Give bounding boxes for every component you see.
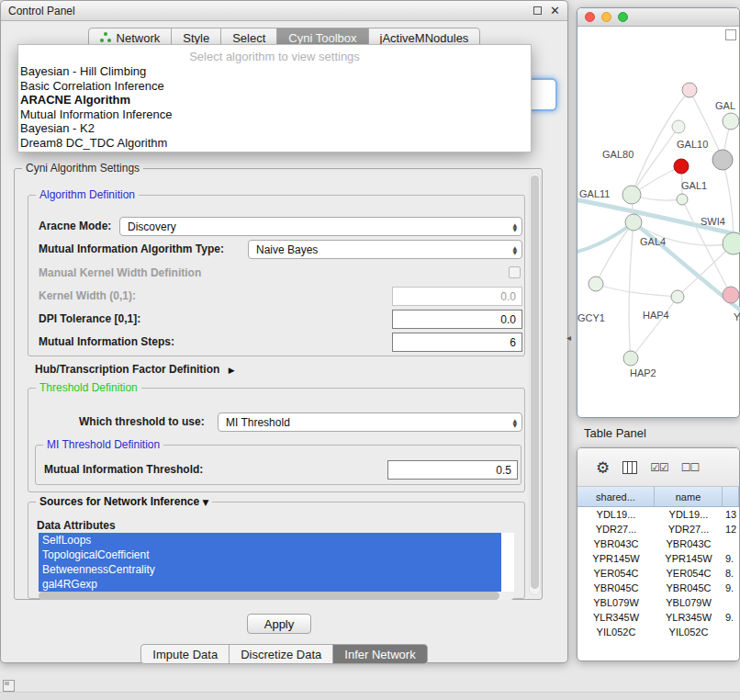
table-cell: 8. xyxy=(723,568,739,579)
gear-icon[interactable]: ⚙ xyxy=(596,458,610,477)
network-icon xyxy=(100,32,112,43)
kernel-width-label: Kernel Width (0,1): xyxy=(39,287,136,306)
algorithm-option-mutual-information-inference[interactable]: Mutual Information Inference xyxy=(18,107,531,122)
column-header-name[interactable]: name xyxy=(655,487,723,506)
hub-tf-label: Hub/Transcription Factor Definition xyxy=(35,363,219,376)
restore-panel-icon[interactable] xyxy=(3,680,15,692)
table-row[interactable]: YLR345WYLR345W9. xyxy=(577,610,739,625)
columns-icon[interactable] xyxy=(622,461,637,474)
table-row[interactable]: YBL079WYBL079W xyxy=(577,595,739,610)
network-edge[interactable] xyxy=(629,222,633,358)
mi-threshold-input[interactable]: 0.5 xyxy=(387,460,518,480)
column-header-extra[interactable] xyxy=(723,487,739,506)
table-row[interactable]: YDR27...YDR27...12 xyxy=(577,522,739,536)
sources-legend-toggle[interactable]: Sources for Network Inference ▼ xyxy=(36,495,212,508)
table-cell: YBL079W xyxy=(655,597,723,608)
algorithm-option-bayesian-hill-climbing[interactable]: Bayesian - Hill Climbing xyxy=(18,64,531,79)
network-canvas[interactable]: GALGAL80GAL10GAL11GAL1SWI4GAL4GCY1HAP4YH… xyxy=(577,27,740,418)
network-node[interactable] xyxy=(672,120,685,133)
network-edge[interactable] xyxy=(632,127,678,195)
node-label: HAP2 xyxy=(630,367,656,378)
which-threshold-value: MI Threshold xyxy=(226,416,290,429)
float-panel-icon[interactable] xyxy=(533,6,542,15)
node-label: GAL xyxy=(715,100,735,111)
manual-kernel-checkbox[interactable] xyxy=(509,266,521,278)
dropdown-placeholder: Select algorithm to view settings xyxy=(18,49,531,64)
node-label: HAP4 xyxy=(643,310,669,321)
network-node[interactable] xyxy=(674,159,689,174)
tab-impute-data[interactable]: Impute Data xyxy=(141,645,230,663)
algorithm-option-aracne-algorithm[interactable]: ARACNE Algorithm xyxy=(18,93,531,107)
splitter-collapse-icon[interactable]: ◂ xyxy=(566,333,571,343)
attributes-horizontal-scrollbar[interactable] xyxy=(39,592,514,600)
table-row[interactable]: YIL052CYIL052C xyxy=(577,625,739,639)
network-edge[interactable] xyxy=(577,222,633,253)
kernel-width-input[interactable]: 0.0 xyxy=(392,287,522,306)
column-header-shared[interactable]: shared... xyxy=(577,487,655,506)
scrollbar-thumb[interactable] xyxy=(39,592,499,600)
network-node[interactable] xyxy=(625,214,642,231)
table-cell: YIL052C xyxy=(655,627,723,638)
mi-threshold-label: Mutual Information Threshold: xyxy=(44,460,203,480)
window-title: Control Panel xyxy=(8,5,75,17)
network-edge[interactable] xyxy=(596,284,678,297)
scrollbar-thumb[interactable] xyxy=(531,175,539,589)
network-node[interactable] xyxy=(677,194,688,205)
algorithm-option-dream8-dc-tdc-algorithm[interactable]: Dream8 DC_TDC Algorithm xyxy=(18,136,531,151)
algorithm-option-bayesian-k2[interactable]: Bayesian - K2 xyxy=(18,121,531,136)
aracne-mode-combo[interactable]: Discovery ▲▼ xyxy=(119,217,522,236)
tab-label: Style xyxy=(183,31,209,45)
network-edge[interactable] xyxy=(631,297,678,358)
select-all-icon[interactable]: ☑☑ xyxy=(650,461,668,474)
deselect-all-icon[interactable]: ☐☐ xyxy=(681,461,700,474)
zoom-button[interactable] xyxy=(618,12,628,22)
control-panel-window: Control Panel ✕ NetworkStyleSelectCyni T… xyxy=(0,0,568,663)
node-label: GAL11 xyxy=(579,188,610,199)
algorithm-item-list: Bayesian - Hill ClimbingBasic Correlatio… xyxy=(18,64,531,150)
network-edge[interactable] xyxy=(596,222,633,284)
network-node[interactable] xyxy=(723,113,739,130)
algorithm-option-basic-correlation-inference[interactable]: Basic Correlation Inference xyxy=(18,79,531,94)
attribute-item-topologicalcoefficient[interactable]: TopologicalCoefficient xyxy=(39,548,501,562)
table-cell: YDR27... xyxy=(577,524,655,535)
tab-infer-network[interactable]: Infer Network xyxy=(333,645,426,663)
table-cell: YER054C xyxy=(655,568,723,579)
network-node[interactable] xyxy=(671,290,684,303)
bottom-tabbar: Impute DataDiscretize DataInfer Network xyxy=(1,644,567,664)
table-row[interactable]: YER054CYER054C8. xyxy=(577,566,739,581)
settings-vertical-scrollbar[interactable] xyxy=(529,173,541,595)
table-row[interactable]: YPR145WYPR145W9. xyxy=(577,551,739,566)
network-view-window: GALGAL80GAL10GAL11GAL1SWI4GAL4GCY1HAP4YH… xyxy=(577,7,740,418)
network-node[interactable] xyxy=(589,277,603,291)
mi-type-combo[interactable]: Naive Bayes ▲▼ xyxy=(248,240,522,259)
dpi-tolerance-input[interactable]: 0.0 xyxy=(392,310,522,329)
table-cell: YBL079W xyxy=(577,597,655,608)
close-icon[interactable]: ✕ xyxy=(550,6,560,16)
mi-steps-input[interactable]: 6 xyxy=(392,333,522,352)
minimize-button[interactable] xyxy=(601,12,611,22)
network-node[interactable] xyxy=(623,351,638,366)
network-node[interactable] xyxy=(723,287,739,303)
network-node[interactable] xyxy=(622,186,641,204)
birdseye-toggle[interactable] xyxy=(725,29,736,40)
attribute-item-gal4rgexp[interactable]: gal4RGexp xyxy=(39,577,501,592)
table-body: YDL19...YDL19...13YDR27...YDR27...12YBR0… xyxy=(577,507,739,639)
table-row[interactable]: YBR045CYBR045C9. xyxy=(577,581,739,595)
which-threshold-combo[interactable]: MI Threshold ▲▼ xyxy=(218,412,522,432)
network-node[interactable] xyxy=(682,83,697,97)
control-panel-titlebar: Control Panel ✕ xyxy=(1,1,567,21)
network-node[interactable] xyxy=(723,232,740,254)
aracne-mode-value: Discovery xyxy=(128,220,176,233)
attribute-item-betweennesscentrality[interactable]: BetweennessCentrality xyxy=(39,562,501,577)
table-row[interactable]: YBR043CYBR043C xyxy=(577,536,739,551)
table-cell: YER054C xyxy=(577,568,655,579)
which-threshold-label: Which threshold to use: xyxy=(79,412,205,432)
tab-discretize-data[interactable]: Discretize Data xyxy=(230,645,333,663)
attribute-item-selfloops[interactable]: SelfLoops xyxy=(39,533,501,548)
apply-button[interactable]: Apply xyxy=(247,614,311,634)
table-row[interactable]: YDL19...YDL19...13 xyxy=(577,507,739,522)
network-node[interactable] xyxy=(712,150,733,170)
hub-tf-definition-toggle[interactable]: Hub/Transcription Factor Definition ▶ xyxy=(35,360,235,379)
desktop: Control Panel ✕ NetworkStyleSelectCyni T… xyxy=(0,0,740,700)
close-button[interactable] xyxy=(585,12,595,22)
